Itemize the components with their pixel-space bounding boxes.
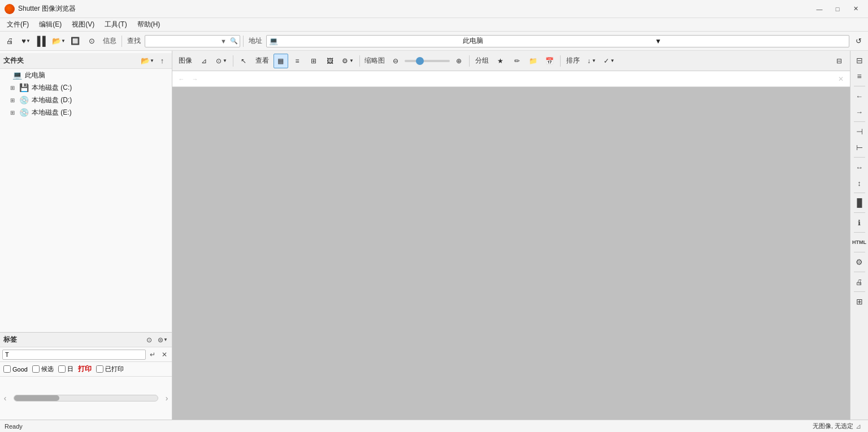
tag-filter-print-date[interactable]: 日 [58, 365, 73, 373]
close-button[interactable]: ✕ [848, 3, 863, 15]
print-button[interactable]: 🖨 [2, 34, 17, 49]
tags-scrollbar-thumb[interactable] [14, 395, 59, 401]
title-bar: Shutter 图像浏览器 — □ ✕ [0, 0, 868, 18]
calendar-button[interactable]: 📅 [542, 54, 557, 68]
tree-node-e[interactable]: ⊞ 💿 本地磁盘 (E:) [0, 106, 172, 119]
tag-filter-printed[interactable]: 已打印 [96, 365, 124, 373]
zoom-in-button[interactable]: ⊕ [452, 54, 466, 68]
eye-button[interactable]: ⊙ [84, 34, 99, 49]
rs-vflip-button[interactable]: ↕ [852, 176, 867, 190]
expand-c-icon[interactable]: ⊞ [10, 85, 19, 91]
address-box[interactable]: 💻 此电脑 ▼ [266, 35, 849, 47]
search-dropdown-icon[interactable]: ▼ [219, 38, 228, 45]
view-label-button[interactable]: 查看 [253, 54, 272, 68]
select-tool-button[interactable]: ↖ [236, 54, 251, 68]
list-view-button[interactable]: ≡ [290, 54, 305, 68]
image-preview-button[interactable]: 🖼 [323, 54, 337, 68]
status-right: 无图像, 无选定 [813, 422, 853, 430]
check-button[interactable]: ✓▼ [601, 54, 618, 68]
rs-print-button[interactable]: 🖨 [852, 274, 867, 289]
image-view-panel: 图像 ⊿ ⊙▼ ↖ 查看 ▦ ≡ ⊞ 🖼 ⚙▼ 缩略图 ⊖ ⊕ 分组 ★ ✏ 📁… [172, 51, 850, 420]
thumb-close-button[interactable]: ✕ [835, 73, 847, 85]
minimize-button[interactable]: — [811, 3, 827, 15]
menu-tools[interactable]: 工具(T) [100, 19, 131, 30]
resize-grip-icon[interactable]: ⊿ [856, 422, 863, 430]
grid-view-button[interactable]: ▦ [274, 54, 288, 68]
fit-window-button[interactable]: ⊟ [832, 54, 847, 68]
rs-hflip-button[interactable]: ↔ [852, 160, 867, 174]
image-tab-button[interactable]: 图像 [176, 54, 195, 68]
rs-sep-3 [854, 157, 865, 158]
tags-circle-button[interactable]: ⊙ [144, 334, 155, 346]
tags-scroll-right-button[interactable]: › [162, 393, 172, 403]
tag-candidate-label: 候选 [41, 365, 54, 373]
tag-good-checkbox[interactable] [3, 365, 11, 373]
img-tb-sep-1 [233, 55, 233, 67]
tags-scrollbar-track[interactable] [14, 395, 158, 402]
tag-candidate-checkbox[interactable] [32, 365, 40, 373]
window-controls: — □ ✕ [811, 3, 863, 15]
rs-sep-9 [854, 291, 865, 292]
search-icon[interactable]: 🔍 [228, 37, 240, 45]
rs-list-button[interactable]: ≡ [852, 69, 867, 84]
menu-view[interactable]: 视图(V) [67, 19, 99, 30]
brush-button[interactable]: ✏ [510, 54, 524, 68]
zoom-out-button[interactable]: ⊖ [388, 54, 403, 68]
rs-grid-button[interactable]: ⊞ [852, 294, 867, 309]
sort-label-button[interactable]: 排序 [563, 54, 583, 68]
rs-settings-button[interactable]: ⚙ [852, 255, 867, 269]
grid2-view-button[interactable]: ⊞ [306, 54, 321, 68]
tag-filter-good[interactable]: Good [3, 365, 28, 373]
tree-node-c[interactable]: ⊞ 💾 本地磁盘 (C:) [0, 81, 172, 94]
folder-nav-button[interactable]: 📂▼ [51, 34, 66, 49]
sort-direction-button[interactable]: ↓▼ [584, 54, 599, 68]
rs-fit-button[interactable]: ⊟ [852, 53, 867, 68]
menu-edit[interactable]: 编辑(E) [34, 19, 66, 30]
maximize-button[interactable]: □ [830, 3, 845, 15]
heart-button[interactable]: ♥▼ [19, 34, 33, 49]
tags-scroll-left-button[interactable]: ‹ [0, 393, 10, 403]
rs-arrow-left-button[interactable]: ← [852, 89, 867, 103]
tag-filter-candidate[interactable]: 候选 [32, 365, 54, 373]
tree-up-button[interactable]: ↑ [156, 55, 168, 67]
rs-panel-right-button[interactable]: ⊢ [852, 140, 867, 155]
view-mode-button[interactable]: ⊙▼ [213, 54, 230, 68]
thumb-back-button[interactable]: ← [176, 73, 187, 85]
expand-d-icon[interactable]: ⊞ [10, 97, 19, 103]
menu-help[interactable]: 帮助(H) [133, 19, 165, 30]
tree-folder-button[interactable]: 📂▼ [141, 55, 154, 67]
tag-print-date-checkbox[interactable] [58, 365, 66, 373]
tag-printed-checkbox[interactable] [96, 365, 103, 373]
tags-search-clear-button[interactable]: ✕ [159, 350, 170, 360]
rs-info-button[interactable]: ℹ [852, 215, 867, 230]
tag-print-label: 打印 [78, 364, 92, 374]
search-box: ▼ 🔍 [145, 35, 240, 47]
zoom-slider-container: ⊖ ⊕ [388, 54, 466, 68]
tags-search-input[interactable] [2, 350, 146, 360]
face-button[interactable]: 🔲 [68, 34, 83, 49]
group-label-button[interactable]: 分组 [472, 54, 492, 68]
star-button[interactable]: ★ [493, 54, 508, 68]
rs-html-button[interactable]: HTML [852, 235, 867, 250]
thumb-forward-button[interactable]: → [189, 73, 201, 85]
tree-node-d[interactable]: ⊞ 💿 本地磁盘 (D:) [0, 94, 172, 106]
address-dropdown-icon[interactable]: ▼ [655, 37, 847, 45]
panel-button[interactable]: ▌▌ [35, 34, 50, 49]
search-input[interactable] [145, 37, 219, 45]
rs-arrow-right-button[interactable]: → [852, 104, 867, 119]
menu-file[interactable]: 文件(F) [2, 19, 33, 30]
tree-node-pc[interactable]: 💻 此电脑 [0, 69, 172, 81]
tag-filter-print[interactable]: 打印 [78, 364, 92, 374]
address-refresh-button[interactable]: ↺ [851, 34, 866, 49]
settings-button[interactable]: ⚙▼ [339, 54, 357, 68]
zoom-slider[interactable] [405, 60, 450, 62]
folder-open-button[interactable]: 📁 [526, 54, 541, 68]
rs-panel-left-button[interactable]: ⊣ [852, 124, 867, 139]
left-panel: 文件夹 📂▼ ↑ 💻 此电脑 ⊞ 💾 本地磁盘 (C:) ⊞ 💿 本地磁盘 (D… [0, 51, 172, 420]
filter-button[interactable]: ⊿ [197, 54, 211, 68]
rs-bar-chart-button[interactable]: ▐▌ [852, 195, 867, 210]
tags-menu-button[interactable]: ⊜▼ [157, 334, 168, 346]
app-title: Shutter 图像浏览器 [18, 4, 811, 14]
tags-search-enter-button[interactable]: ↵ [147, 350, 158, 360]
expand-e-icon[interactable]: ⊞ [10, 110, 19, 116]
